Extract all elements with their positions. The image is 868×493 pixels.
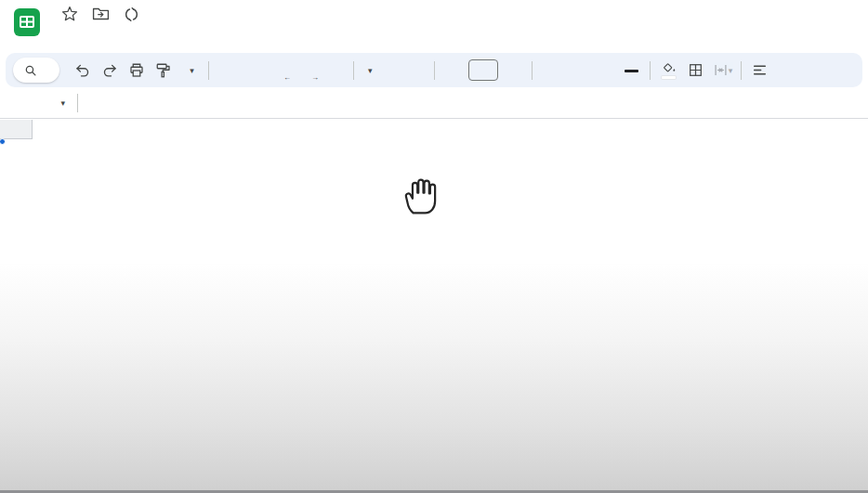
toolbar-divider xyxy=(353,61,354,80)
toolbar-divider xyxy=(532,61,533,80)
strikethrough-button[interactable] xyxy=(591,58,618,84)
redo-button[interactable] xyxy=(96,58,123,84)
more-formats-button[interactable] xyxy=(322,58,349,84)
select-all-corner[interactable] xyxy=(0,120,33,139)
undo-icon xyxy=(74,62,91,79)
hand-cursor-icon xyxy=(400,175,441,216)
decrease-font-size-button[interactable] xyxy=(440,58,467,84)
font-selector[interactable] xyxy=(359,58,429,84)
merge-cells-icon xyxy=(713,62,729,78)
undo-button[interactable] xyxy=(69,58,96,84)
italic-button[interactable] xyxy=(564,58,591,84)
increase-decimal-button[interactable] xyxy=(295,58,322,84)
column-headers xyxy=(0,120,868,139)
horizontal-align-button[interactable] xyxy=(746,58,773,84)
search-icon xyxy=(24,64,37,77)
toolbar-divider xyxy=(434,61,435,80)
paint-format-button[interactable] xyxy=(150,58,177,84)
title-row xyxy=(48,3,149,25)
google-sheets-app: ▾ ▾ xyxy=(0,0,868,493)
menubar xyxy=(39,26,149,50)
formula-bar-divider xyxy=(77,94,78,112)
bold-button[interactable] xyxy=(537,58,564,84)
fill-handle[interactable] xyxy=(0,138,6,145)
merge-dropdown-caret-icon: ▾ xyxy=(729,66,733,75)
align-left-icon xyxy=(752,62,768,78)
name-box-caret-icon: ▾ xyxy=(60,98,65,108)
text-color-button[interactable] xyxy=(618,58,645,84)
format-percent-button[interactable] xyxy=(241,58,268,84)
format-currency-button[interactable] xyxy=(214,58,241,84)
redo-icon xyxy=(101,62,118,79)
toolbar-divider xyxy=(650,61,651,80)
toolbar: ▾ xyxy=(6,53,862,87)
menus-search-button[interactable] xyxy=(13,58,59,83)
titlebar xyxy=(0,0,868,53)
zoom-selector[interactable] xyxy=(177,58,204,84)
name-box[interactable]: ▾ xyxy=(0,98,72,108)
toolbar-divider xyxy=(741,61,742,80)
spreadsheet-grid xyxy=(0,120,868,493)
fill-color-button[interactable] xyxy=(655,58,682,84)
paint-format-icon xyxy=(155,62,172,79)
sheets-logo-icon[interactable] xyxy=(12,7,42,37)
print-button[interactable] xyxy=(123,58,150,84)
borders-icon xyxy=(688,62,704,78)
move-folder-icon[interactable] xyxy=(91,5,110,23)
toolbar-divider xyxy=(208,61,209,80)
text-color-swatch xyxy=(625,70,638,72)
font-size-input[interactable] xyxy=(468,59,498,81)
star-icon[interactable] xyxy=(60,5,79,23)
formula-bar: ▾ xyxy=(0,88,868,119)
borders-button[interactable] xyxy=(682,58,709,84)
fill-color-icon xyxy=(662,61,677,75)
sync-icon xyxy=(122,5,140,23)
increase-font-size-button[interactable] xyxy=(500,58,527,84)
print-icon xyxy=(128,62,145,79)
merge-cells-button: ▾ xyxy=(709,58,736,84)
selection-box[interactable] xyxy=(0,139,4,143)
fill-color-swatch xyxy=(662,76,676,79)
decrease-decimal-button[interactable] xyxy=(268,58,295,84)
